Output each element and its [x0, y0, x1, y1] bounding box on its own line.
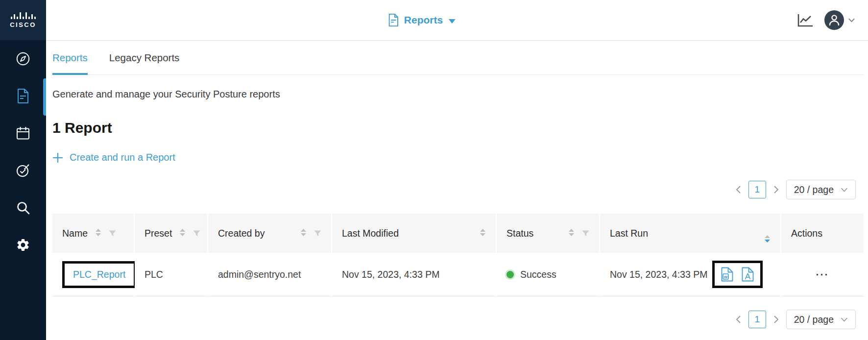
sidebar-item-explore[interactable] — [0, 52, 46, 67]
column-label: Created by — [218, 228, 265, 239]
active-indicator — [43, 78, 46, 116]
gear-icon — [16, 238, 30, 254]
current-page-button[interactable]: 1 — [748, 181, 766, 198]
sort-icon[interactable] — [568, 228, 575, 239]
create-report-link[interactable]: Create and run a Report — [52, 152, 864, 163]
sidebar: cisco — [0, 0, 46, 340]
sort-icon-active-desc[interactable] — [764, 221, 771, 245]
report-name-link[interactable]: PLC_Report — [73, 269, 125, 280]
calendar-icon — [16, 126, 30, 143]
compass-icon — [16, 51, 30, 68]
cell-status: Success — [497, 253, 599, 296]
sort-icon[interactable] — [300, 228, 307, 239]
reports-table: Name Preset Created by — [52, 214, 864, 296]
word-file-icon[interactable]: w — [721, 267, 733, 282]
cell-name: PLC_Report — [52, 253, 134, 296]
column-label: Preset — [145, 228, 172, 239]
prev-page-button[interactable] — [736, 315, 741, 324]
pagination-top: 1 20 / page — [52, 180, 864, 199]
search-icon — [16, 200, 30, 217]
cell-preset: PLC — [135, 253, 207, 296]
sidebar-item-events[interactable] — [0, 127, 46, 142]
current-page-button[interactable]: 1 — [748, 311, 766, 328]
column-header-last-modified: Last Modified — [332, 214, 496, 253]
sidebar-item-monitor[interactable] — [0, 164, 46, 179]
column-label: Actions — [791, 228, 822, 239]
column-header-last-run: Last Run — [600, 214, 780, 253]
cisco-logo-text: cisco — [10, 21, 36, 28]
top-bar: Reports — [46, 0, 868, 41]
status-success-dot — [506, 271, 514, 278]
page-title-dropdown[interactable]: Reports — [388, 0, 456, 40]
sidebar-item-admin[interactable] — [0, 239, 46, 253]
annotation-box-downloads: w — [712, 261, 763, 288]
filter-icon[interactable] — [314, 228, 321, 239]
page-size-value: 20 / page — [794, 184, 834, 195]
chevron-down-icon — [841, 188, 848, 192]
document-icon — [17, 89, 29, 105]
next-page-button[interactable] — [773, 315, 779, 324]
page-size-select[interactable]: 20 / page — [786, 310, 856, 329]
monitor-icon — [16, 163, 30, 180]
column-header-status: Status — [497, 214, 599, 253]
cell-created-by: admin@sentryo.net — [208, 253, 331, 296]
sort-icon[interactable] — [179, 228, 186, 239]
top-bar-actions — [797, 0, 855, 40]
document-icon — [388, 14, 399, 26]
prev-page-button[interactable] — [736, 185, 741, 194]
pagination-bottom: 1 20 / page — [52, 310, 864, 329]
column-label: Name — [62, 228, 88, 239]
column-label: Last Run — [610, 228, 648, 239]
column-header-created-by: Created by — [208, 214, 331, 253]
user-menu[interactable] — [824, 10, 855, 30]
chevron-down-icon — [841, 317, 848, 322]
sidebar-item-search[interactable] — [0, 201, 46, 216]
page-title: Reports — [404, 14, 443, 26]
table-header: Name Preset Created by — [52, 214, 864, 253]
main-content: Reports Legacy Reports Generate and mana… — [52, 40, 864, 329]
create-report-label: Create and run a Report — [70, 152, 175, 163]
cisco-logo: cisco — [0, 0, 46, 40]
column-header-preset: Preset — [135, 214, 207, 253]
cisco-logo-bars-icon — [11, 12, 36, 19]
annotation-box-report-name: PLC_Report — [62, 261, 136, 288]
page-description: Generate and manage your Security Postur… — [52, 89, 864, 100]
plus-icon — [52, 152, 63, 163]
avatar — [824, 10, 844, 30]
column-header-name: Name — [52, 214, 134, 253]
svg-text:w: w — [723, 274, 728, 279]
sidebar-item-reports[interactable] — [0, 90, 46, 104]
status-label: Success — [520, 269, 556, 280]
page-size-value: 20 / page — [794, 314, 834, 325]
pdf-file-icon[interactable] — [742, 267, 754, 282]
cell-last-run: Nov 15, 2023, 4:33 PM w — [600, 253, 780, 296]
chart-line-icon[interactable] — [797, 13, 814, 27]
filter-icon[interactable] — [193, 228, 200, 239]
column-label: Status — [506, 228, 533, 239]
last-run-value: Nov 15, 2023, 4:33 PM — [610, 269, 707, 280]
filter-icon[interactable] — [582, 228, 589, 239]
tab-reports[interactable]: Reports — [52, 40, 88, 74]
sidebar-nav — [0, 40, 46, 253]
table-row: PLC_Report PLC admin@sentryo.net Nov 15,… — [52, 253, 864, 296]
cell-last-modified: Nov 15, 2023, 4:33 PM — [332, 253, 496, 296]
column-header-actions: Actions — [781, 214, 864, 253]
sort-icon[interactable] — [480, 228, 486, 239]
chevron-down-icon — [448, 19, 456, 24]
filter-icon[interactable] — [109, 228, 116, 239]
tab-bar: Reports Legacy Reports — [52, 40, 864, 75]
page-size-select[interactable]: 20 / page — [786, 180, 856, 199]
chevron-down-icon — [848, 18, 855, 23]
report-count: 1 Report — [52, 120, 864, 136]
row-actions-button[interactable]: ⋯ — [781, 253, 864, 296]
next-page-button[interactable] — [773, 185, 779, 194]
tab-legacy-reports[interactable]: Legacy Reports — [109, 40, 180, 74]
sort-icon[interactable] — [95, 228, 101, 239]
column-label: Last Modified — [342, 228, 399, 239]
